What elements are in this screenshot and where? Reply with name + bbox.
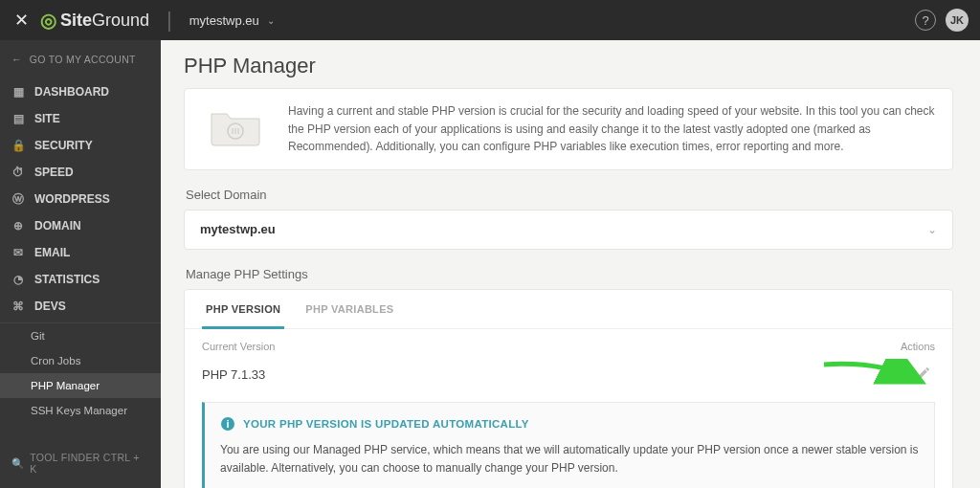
lock-icon: 🔒 bbox=[11, 139, 25, 152]
current-version-value: PHP 7.1.33 bbox=[202, 367, 265, 382]
tool-finder[interactable]: 🔍 TOOL FINDER CTRL + K bbox=[0, 438, 161, 488]
edit-version-button[interactable] bbox=[916, 366, 935, 385]
php-folder-icon bbox=[202, 102, 269, 150]
user-avatar[interactable]: JK bbox=[946, 9, 969, 32]
col-current-version: Current Version bbox=[202, 341, 275, 352]
site-icon: ▤ bbox=[11, 112, 25, 125]
sidebar-item-security[interactable]: 🔒SECURITY bbox=[0, 132, 161, 159]
top-bar: ✕ ◎ SiteGround | mytestwp.eu ⌄ ? JK bbox=[0, 0, 980, 40]
sidebar-item-dashboard[interactable]: ▦DASHBOARD bbox=[0, 78, 161, 105]
devs-icon: ⌘ bbox=[11, 299, 25, 313]
svg-text:i: i bbox=[226, 418, 229, 430]
version-row: PHP 7.1.33 bbox=[185, 358, 952, 402]
sidebar-sub-cron[interactable]: Cron Jobs bbox=[0, 348, 161, 373]
sidebar-item-email[interactable]: ✉EMAIL bbox=[0, 239, 161, 266]
help-icon[interactable]: ? bbox=[915, 10, 936, 31]
table-header: Current Version Actions bbox=[185, 329, 952, 358]
mail-icon: ✉ bbox=[11, 246, 25, 259]
domain-dropdown[interactable]: mytestwp.eu ⌄ bbox=[184, 210, 953, 250]
php-settings-card: PHP VERSION PHP VARIABLES Current Versio… bbox=[184, 289, 953, 488]
intro-text: Having a current and stable PHP version … bbox=[288, 102, 935, 156]
page-title: PHP Manager bbox=[184, 54, 953, 78]
tabs: PHP VERSION PHP VARIABLES bbox=[185, 290, 952, 329]
wordpress-icon: ⓦ bbox=[11, 191, 25, 208]
info-body: You are using our Managed PHP service, w… bbox=[220, 441, 919, 477]
info-title: YOUR PHP VERSION IS UPDATED AUTOMATICALL… bbox=[243, 418, 529, 430]
divider: | bbox=[167, 8, 172, 33]
col-actions: Actions bbox=[901, 341, 935, 352]
sidebar-item-domain[interactable]: ⊕DOMAIN bbox=[0, 212, 161, 239]
domain-selected-value: mytestwp.eu bbox=[200, 222, 276, 236]
info-icon: i bbox=[220, 416, 235, 432]
globe-icon: ⊕ bbox=[11, 219, 25, 233]
arrow-left-icon: ← bbox=[11, 54, 22, 65]
sidebar-item-speed[interactable]: ⏱SPEED bbox=[0, 159, 161, 186]
sidebar: ← GO TO MY ACCOUNT ▦DASHBOARD ▤SITE 🔒SEC… bbox=[0, 40, 161, 488]
search-icon: 🔍 bbox=[11, 457, 24, 470]
sidebar-sub-ssh-keys[interactable]: SSH Keys Manager bbox=[0, 398, 161, 423]
tab-php-variables[interactable]: PHP VARIABLES bbox=[301, 290, 397, 329]
select-domain-label: Select Domain bbox=[186, 188, 953, 202]
info-box: i YOUR PHP VERSION IS UPDATED AUTOMATICA… bbox=[202, 402, 935, 488]
brand-logo[interactable]: ◎ SiteGround bbox=[40, 9, 149, 32]
pencil-icon bbox=[916, 366, 931, 381]
dashboard-icon: ▦ bbox=[11, 85, 25, 99]
close-icon[interactable]: ✕ bbox=[11, 10, 31, 31]
intro-card: Having a current and stable PHP version … bbox=[184, 88, 953, 170]
tab-php-version[interactable]: PHP VERSION bbox=[202, 290, 284, 329]
sidebar-item-statistics[interactable]: ◔STATISTICS bbox=[0, 266, 161, 293]
site-dropdown[interactable]: mytestwp.eu ⌄ bbox=[189, 13, 275, 28]
speed-icon: ⏱ bbox=[11, 166, 25, 179]
main-content: PHP Manager Having a current and stable … bbox=[161, 40, 980, 488]
site-name: mytestwp.eu bbox=[189, 13, 259, 28]
sidebar-sub-git[interactable]: Git bbox=[0, 323, 161, 348]
chevron-down-icon: ⌄ bbox=[267, 15, 275, 26]
chevron-down-icon: ⌄ bbox=[927, 223, 937, 236]
sidebar-item-devs[interactable]: ⌘DEVS bbox=[0, 293, 161, 323]
go-to-account-link[interactable]: ← GO TO MY ACCOUNT bbox=[0, 40, 161, 78]
stats-icon: ◔ bbox=[11, 273, 25, 286]
sidebar-item-wordpress[interactable]: ⓦWORDPRESS bbox=[0, 186, 161, 212]
manage-settings-label: Manage PHP Settings bbox=[186, 267, 953, 281]
sidebar-item-site[interactable]: ▤SITE bbox=[0, 105, 161, 132]
sidebar-sub-php-manager[interactable]: PHP Manager bbox=[0, 373, 161, 398]
brand-glyph-icon: ◎ bbox=[40, 9, 56, 32]
